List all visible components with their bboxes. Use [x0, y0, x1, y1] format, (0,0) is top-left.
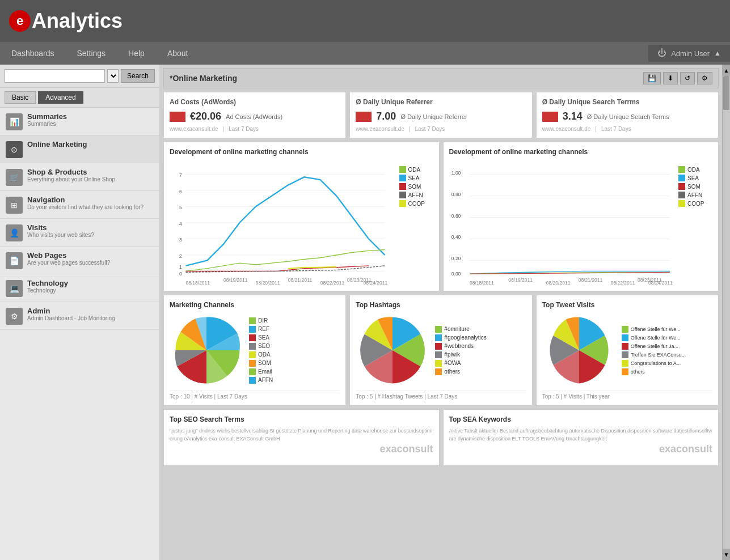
- seo-row: Top SEO Search Terms "justus jung" dndns…: [163, 409, 719, 466]
- admin-icon: ⚙: [6, 308, 23, 325]
- shop-products-sub: Everything about your Online Shop: [27, 176, 115, 183]
- toolbar: 💾 ⬇ ↺ ⚙: [643, 72, 712, 84]
- legend2-affn: AFFN: [678, 192, 712, 198]
- nav-settings[interactable]: Settings: [66, 42, 117, 65]
- kpi-cards-row: Ad Costs (AdWords) €20.06 Ad Costs (AdWo…: [163, 92, 719, 138]
- svg-text:0.40: 0.40: [451, 234, 461, 240]
- pie-tv-chart: [542, 313, 616, 387]
- power-icon: ⏻: [657, 48, 666, 58]
- sea-keywords: Top SEA Keywords Aktive Tabslt aktueller…: [443, 409, 719, 466]
- download-button[interactable]: ⬇: [663, 72, 678, 84]
- svg-text:4: 4: [179, 221, 182, 227]
- ad-costs-bar: [170, 112, 185, 122]
- scroll-thumb[interactable]: [723, 76, 729, 110]
- nav-dashboards[interactable]: Dashboards: [0, 42, 66, 65]
- pie-mc-container: DIR REF SEA SEO ODA SOM Email AFFN: [170, 313, 340, 387]
- pie-mc-chart: [170, 313, 243, 387]
- pie-tv-legend: Offene Stelle für We... Offene Stelle fü…: [622, 326, 686, 375]
- navigation-title: Navigation: [27, 196, 144, 204]
- pie-ht-legend: #omniture #googleanalytics #webtrends #p…: [435, 326, 487, 375]
- svg-text:08/18/2011: 08/18/2011: [470, 280, 494, 285]
- sidebar-item-summaries[interactable]: 📊 Summaries Summaries: [0, 108, 159, 135]
- svg-text:3: 3: [179, 237, 182, 243]
- chevron-up-icon: ▲: [714, 49, 721, 57]
- refresh-button[interactable]: ↺: [680, 72, 695, 84]
- legend-som: SOM: [399, 183, 433, 190]
- sidebar-item-online-marketing[interactable]: ⊙ Online Marketing: [0, 135, 159, 163]
- sidebar-item-shop-products[interactable]: 🛒 Shop & Products Everything about your …: [0, 163, 159, 191]
- card-referrer-value: 7.00 Ø Daily Unique Referrer: [356, 111, 526, 122]
- main-layout: ▼ Search Basic Advanced 📊 Summaries Summ…: [0, 65, 730, 560]
- svg-text:6: 6: [179, 189, 182, 194]
- svg-text:0.80: 0.80: [451, 192, 461, 197]
- seo-title: Top SEO Search Terms: [170, 415, 433, 423]
- tab-basic[interactable]: Basic: [5, 91, 36, 104]
- shop-products-icon: 🛒: [6, 169, 23, 186]
- search-num: 3.14: [563, 111, 583, 122]
- svg-text:08/21/2011: 08/21/2011: [578, 277, 602, 283]
- sidebar-item-web-pages[interactable]: 📄 Web Pages Are your web pages successfu…: [0, 247, 159, 274]
- user-menu-button[interactable]: ⏻ Admin User ▲: [648, 45, 730, 62]
- pie-mc-footer: Top : 10 | # Visits | Last 7 Days: [170, 391, 340, 400]
- svg-text:08/20/2011: 08/20/2011: [256, 280, 280, 285]
- app-title: Analytics: [32, 9, 123, 33]
- ad-costs-footer: www.exaconsult.de | Last 7 Days: [170, 126, 340, 132]
- shop-products-title: Shop & Products: [27, 168, 115, 176]
- sidebar-item-technology[interactable]: 💻 Technology Technology: [0, 274, 159, 302]
- scroll-down-button[interactable]: ▼: [723, 549, 730, 560]
- nav-about[interactable]: About: [156, 42, 200, 65]
- sea-content: Aktive Tabslt aktueller Bestand auftrags…: [449, 427, 713, 443]
- sidebar-item-navigation[interactable]: ⊞ Navigation Do your visitors find what …: [0, 191, 159, 219]
- card-ad-costs: Ad Costs (AdWords) €20.06 Ad Costs (AdWo…: [163, 92, 346, 138]
- web-pages-icon: 📄: [6, 252, 23, 269]
- svg-text:08/22/2011: 08/22/2011: [320, 280, 345, 285]
- sidebar-item-visits[interactable]: 👤 Visits Who visits your web sites?: [0, 219, 159, 247]
- summaries-title: Summaries: [27, 112, 67, 121]
- legend-affn-label: AFFN: [408, 192, 423, 198]
- nav-help[interactable]: Help: [117, 42, 156, 65]
- seo-content: "justus jung" dndnss wiehs bestellvorsab…: [170, 427, 433, 443]
- sidebar-item-admin[interactable]: ⚙ Admin Admin Dashboard - Job Monitoring: [0, 302, 159, 330]
- search-bar: ▼ Search: [0, 65, 159, 88]
- legend-coop: COOP: [399, 200, 433, 207]
- search-input[interactable]: [5, 69, 105, 83]
- visits-sub: Who visits your web sites?: [27, 232, 94, 238]
- line-chart-1: Development of online marketing channels…: [163, 142, 440, 291]
- referrer-site: www.exaconsult.de: [356, 126, 404, 132]
- search-site: www.exaconsult.de: [542, 126, 591, 132]
- logo: e Analytics: [9, 9, 123, 33]
- scrollbar[interactable]: ▲ ▼: [722, 65, 730, 560]
- svg-text:0.60: 0.60: [451, 213, 461, 219]
- pie-charts-row: Marketing Channels: [163, 295, 719, 406]
- web-pages-sub: Are your web pages successfull?: [27, 260, 110, 266]
- app-header: e Analytics: [0, 0, 730, 42]
- line-chart-2-title: Development of online marketing channels: [449, 148, 713, 156]
- pie-tv-footer: Top : 5 | # Visits | This year: [542, 391, 712, 400]
- sidebar-tabs: Basic Advanced: [0, 88, 159, 108]
- card-ad-costs-title: Ad Costs (AdWords): [170, 98, 340, 106]
- ad-costs-site: www.exaconsult.de: [170, 126, 218, 132]
- sidebar: ▼ Search Basic Advanced 📊 Summaries Summ…: [0, 65, 160, 560]
- sea-title: Top SEA Keywords: [449, 415, 713, 423]
- online-marketing-icon: ⊙: [6, 141, 23, 158]
- line-chart-1-title: Development of online marketing channels: [170, 148, 433, 156]
- legend-sea: SEA: [399, 175, 433, 181]
- navigation-icon: ⊞: [6, 197, 23, 214]
- legend-coop-label: COOP: [408, 201, 425, 207]
- tab-advanced[interactable]: Advanced: [38, 91, 83, 104]
- scroll-up-button[interactable]: ▲: [723, 65, 730, 76]
- pie-tweet-visits: Top Tweet Visits Offene Stelle für We...…: [536, 295, 719, 406]
- svg-text:5: 5: [179, 205, 182, 210]
- online-marketing-title: Online Marketing: [27, 140, 87, 149]
- search-footer: www.exaconsult.de | Last 7 Days: [542, 126, 712, 132]
- legend2-coop: COOP: [678, 200, 712, 207]
- save-button[interactable]: 💾: [643, 72, 661, 84]
- svg-text:0.20: 0.20: [451, 256, 461, 261]
- referrer-footer: www.exaconsult.de | Last 7 Days: [356, 126, 526, 132]
- svg-text:08/21/2011: 08/21/2011: [288, 277, 313, 283]
- referrer-bar: [356, 112, 372, 122]
- visits-title: Visits: [27, 223, 94, 232]
- search-button[interactable]: Search: [121, 69, 155, 83]
- search-select[interactable]: ▼: [107, 69, 119, 83]
- settings-button[interactable]: ⚙: [697, 72, 712, 84]
